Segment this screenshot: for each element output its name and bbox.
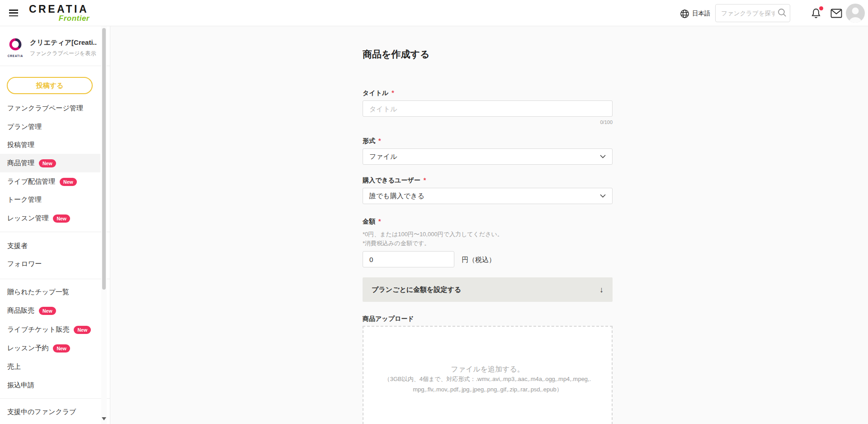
- sidebar-item-label: 支援者: [7, 242, 28, 250]
- divider: [0, 398, 110, 399]
- sidebar-item-talk[interactable]: トーク管理: [0, 191, 100, 209]
- sidebar-item-lesson[interactable]: レッスン管理 New: [0, 209, 100, 228]
- fanclub-logo: CREATIA: [6, 37, 25, 59]
- sidebar-item-label: トーク管理: [7, 195, 42, 204]
- sidebar-item-post[interactable]: 投稿管理: [0, 136, 100, 154]
- sidebar-item-supporting-fanclubs[interactable]: 支援中のファンクラブ: [0, 403, 100, 421]
- sidebar-item-product[interactable]: 商品管理 New: [0, 154, 100, 172]
- format-select-value: ファイル: [369, 152, 397, 161]
- sidebar: CREATIA クリエティア[Creati... ファンクラブページを表示 投稿…: [0, 26, 110, 424]
- sidebar-item-label: 支援中のファンクラブ: [7, 408, 76, 416]
- header: CREATIA Frontier 日本語: [0, 0, 868, 26]
- sidebar-item-label: ファンクラブページ管理: [7, 104, 83, 113]
- format-select[interactable]: ファイル: [363, 148, 613, 165]
- logo-brand-text: CREATIA: [29, 3, 89, 15]
- scroll-down-arrow-icon[interactable]: [102, 417, 106, 420]
- svg-text:CREATIA: CREATIA: [8, 54, 24, 57]
- sidebar-item-label: レッスン管理: [7, 214, 48, 223]
- price-note-1: *0円、または100円〜10,000円で入力してください。: [363, 230, 503, 238]
- upload-label: 商品アップロード: [363, 315, 414, 323]
- new-badge: New: [60, 178, 77, 186]
- price-unit: 円（税込）: [462, 256, 495, 264]
- sidebar-item-label: プラン管理: [7, 123, 42, 131]
- chevron-down-icon: [600, 194, 606, 198]
- sidebar-item-label: 売上: [7, 362, 21, 371]
- down-arrow-icon: ↓: [599, 285, 604, 295]
- sidebar-item-label: 商品販売: [7, 306, 34, 315]
- buyer-select[interactable]: 誰でも購入できる: [363, 188, 613, 204]
- accordion-label: プランごとに金額を設定する: [372, 286, 461, 294]
- char-counter: 0/100: [363, 119, 613, 125]
- upload-caption-line2: mpg,.flv,.mov,.pdf,.jpg,.jpeg,.png,.gif,…: [363, 384, 612, 395]
- globe-icon: [680, 9, 689, 19]
- sidebar-item-label: 振込申請: [7, 381, 34, 390]
- sidebar-item-sales[interactable]: 売上: [0, 357, 100, 376]
- page: CREATIA Frontier 日本語: [0, 0, 868, 424]
- buyer-select-value: 誰でも購入できる: [369, 192, 425, 200]
- price-label: 金額*: [363, 218, 381, 226]
- sidebar-item-supporters[interactable]: 支援者: [0, 237, 100, 255]
- sidebar-item-plan[interactable]: プラン管理: [0, 118, 100, 136]
- avatar[interactable]: [846, 4, 865, 23]
- new-badge: New: [39, 307, 56, 315]
- required-asterisk: *: [378, 218, 381, 225]
- search-box: [715, 4, 790, 22]
- notification-dot: [819, 6, 823, 10]
- new-badge: New: [74, 326, 91, 334]
- post-button[interactable]: 投稿する: [7, 77, 93, 94]
- new-badge: New: [39, 159, 56, 167]
- language-label: 日本語: [692, 10, 711, 18]
- sidebar-item-live[interactable]: ライブ配信管理 New: [0, 172, 100, 191]
- new-badge: New: [53, 344, 70, 353]
- sidebar-item-label: 商品管理: [7, 159, 34, 167]
- divider: [0, 232, 110, 232]
- sidebar-scrollbar: [101, 26, 107, 424]
- divider: [0, 279, 110, 279]
- divider: [0, 66, 110, 66]
- app-logo[interactable]: CREATIA Frontier: [29, 4, 90, 22]
- sidebar-item-label: 投稿管理: [7, 141, 34, 149]
- logo-sub-text: Frontier: [29, 14, 90, 22]
- avatar-person-icon: [846, 4, 865, 23]
- chevron-down-icon: [600, 155, 606, 158]
- sidebar-item-label: レッスン予約: [7, 344, 48, 353]
- required-asterisk: *: [424, 176, 426, 184]
- new-badge: New: [53, 214, 70, 223]
- sidebar-item-tips[interactable]: 贈られたチップ一覧: [0, 283, 100, 301]
- upload-main-text: ファイルを追加する。: [363, 365, 612, 374]
- sidebar-item-transfer-request[interactable]: 振込申請: [0, 376, 100, 395]
- scrollbar-thumb[interactable]: [102, 28, 106, 290]
- mail-icon: [830, 9, 842, 18]
- messages-button[interactable]: [830, 9, 842, 19]
- page-title: 商品を作成する: [363, 48, 429, 61]
- format-label: 形式*: [363, 137, 381, 145]
- sidebar-item-label: 贈られたチップ一覧: [7, 288, 69, 296]
- upload-caption-line1: （3GB以内、4個まで、対応形式：.wmv,.avi,.mp3,.aac,.m4…: [363, 374, 612, 384]
- language-selector[interactable]: 日本語: [680, 8, 711, 19]
- price-note-2: *消費税込みの金額です。: [363, 239, 430, 248]
- view-fanclub-page-link[interactable]: ファンクラブページを表示: [30, 50, 96, 57]
- sidebar-item-fanclub-page[interactable]: ファンクラブページ管理: [0, 99, 100, 118]
- required-asterisk: *: [392, 89, 394, 96]
- hamburger-menu-icon[interactable]: [9, 10, 18, 17]
- sidebar-item-label: ライブ配信管理: [7, 177, 55, 186]
- sidebar-item-live-ticket-sales[interactable]: ライブチケット販売 New: [0, 320, 100, 339]
- sidebar-item-label: ライブチケット販売: [7, 325, 69, 334]
- main-content: 商品を作成する タイトル* 0/100 形式* ファイル 購入できるユーザー* …: [110, 26, 868, 424]
- sidebar-item-product-sales[interactable]: 商品販売 New: [0, 301, 100, 320]
- sidebar-item-followers[interactable]: フォロワー: [0, 255, 100, 273]
- fanclub-profile[interactable]: CREATIA クリエティア[Creati... ファンクラブページを表示: [0, 34, 100, 64]
- fanclub-name: クリエティア[Creati...: [30, 38, 97, 47]
- buyer-label: 購入できるユーザー*: [363, 176, 426, 185]
- price-input[interactable]: [363, 251, 454, 267]
- sidebar-item-label: フォロワー: [7, 260, 42, 268]
- search-icon[interactable]: [778, 8, 787, 17]
- title-input[interactable]: [363, 100, 613, 117]
- notifications-button[interactable]: [811, 8, 822, 19]
- required-asterisk: *: [378, 137, 381, 144]
- title-label: タイトル*: [363, 89, 394, 97]
- file-upload-dropzone[interactable]: ファイルを追加する。 （3GB以内、4個まで、対応形式：.wmv,.avi,.m…: [363, 326, 613, 424]
- plan-price-accordion[interactable]: プランごとに金額を設定する ↓: [363, 277, 613, 302]
- sidebar-item-lesson-booking[interactable]: レッスン予約 New: [0, 339, 100, 357]
